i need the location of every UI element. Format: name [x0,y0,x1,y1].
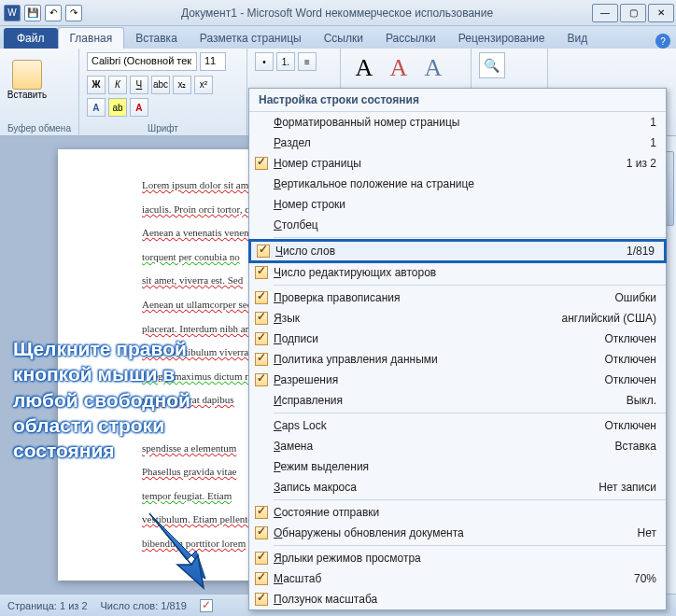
check-icon [255,593,268,606]
multilevel-button[interactable]: ≡ [298,52,317,71]
ctxmenu-item[interactable]: Форматированный номер страницы1 [249,112,666,133]
ctxmenu-item[interactable]: Вертикальное положение на странице [249,174,666,194]
check-icon [255,157,268,170]
find-button[interactable]: 🔍 [479,52,505,78]
group-font: Calibri (Основной тек 11 Ж К Ч abc x₂ x²… [79,49,247,135]
check-icon [255,552,268,565]
ctxmenu-label: Форматированный номер страницы [274,116,644,129]
ribbon-tabs: Файл Главная Вставка Разметка страницы С… [0,26,676,49]
ctxmenu-item[interactable]: Языканглийский (США) [249,308,666,329]
tab-layout[interactable]: Разметка страницы [189,28,313,49]
check-icon [255,572,268,585]
ctxmenu-check-column [249,593,274,606]
ctxmenu-item[interactable]: РазрешенияОтключен [249,370,666,390]
ctxmenu-item[interactable]: Номер строки [249,194,666,215]
file-tab[interactable]: Файл [4,28,58,49]
underline-button[interactable]: Ч [130,76,148,94]
ctxmenu-check-column [249,312,274,325]
ctxmenu-item[interactable]: Политика управления даннымиОтключен [249,349,666,370]
ctxmenu-label: Номер страницы [274,157,621,170]
status-words[interactable]: Число слов: 1/819 [101,600,187,611]
ctxmenu-item[interactable]: Запись макросаНет записи [249,477,666,497]
style-preview-3[interactable]: A [417,52,449,84]
tab-references[interactable]: Ссылки [313,28,374,49]
effects-button[interactable]: A [87,98,106,117]
redo-icon[interactable]: ↷ [65,5,82,21]
strike-button[interactable]: abc [151,76,170,94]
arrow-icon [140,504,233,597]
ctxmenu-item[interactable]: Масштаб70% [249,568,666,589]
bullets-button[interactable]: • [255,52,274,71]
ctxmenu-item[interactable]: Номер страницы1 из 2 [249,153,666,174]
maximize-button[interactable]: ▢ [620,4,646,22]
word-icon: W [4,5,21,21]
save-icon[interactable]: 💾 [24,5,41,21]
style-preview-2[interactable]: A [383,52,415,84]
ctxmenu-label: Номер строки [274,198,651,211]
tab-mailings[interactable]: Рассылки [374,28,447,49]
ctxmenu-item[interactable]: Число слов1/819 [248,239,667,263]
ctxmenu-check-column [249,266,274,279]
minimize-button[interactable]: — [592,4,618,22]
ctxmenu-item[interactable]: Проверка правописанияОшибки [249,287,666,308]
status-page[interactable]: Страница: 1 из 2 [7,600,88,611]
tab-insert[interactable]: Вставка [124,28,189,49]
style-preview-1[interactable]: A [348,52,380,84]
tab-review[interactable]: Рецензирование [447,28,556,49]
ctxmenu-value: 70% [628,572,656,585]
ctxmenu-item[interactable]: Столбец [249,215,666,235]
numbering-button[interactable]: 1. [276,52,295,71]
sup-button[interactable]: x² [194,76,213,94]
ctxmenu-label: Политика управления данными [274,353,599,366]
ctxmenu-item[interactable]: Состояние отправки [249,502,666,523]
ctxmenu-value: Выкл. [621,394,656,407]
check-icon [255,266,268,279]
check-icon [255,312,268,325]
font-color-button[interactable]: A [130,98,148,117]
font-size-combo[interactable]: 11 [200,52,226,71]
ctxmenu-item[interactable]: Режим выделения [249,456,666,477]
ctxmenu-value: Нет записи [593,481,656,494]
status-spellcheck-icon[interactable] [200,599,213,612]
tab-view[interactable]: Вид [556,28,599,49]
font-name-combo[interactable]: Calibri (Основной тек [87,52,197,71]
ctxmenu-item[interactable]: ПодписиОтключен [249,329,666,349]
ctxmenu-label: Подписи [274,332,599,345]
ctxmenu-check-column [249,332,274,345]
ctxmenu-label: Обнаружены обновления документа [274,526,632,539]
ctxmenu-value: Вставка [609,440,656,453]
sub-button[interactable]: x₂ [173,76,191,94]
ctxmenu-header: Настройка строки состояния [249,89,666,112]
ctxmenu-value: Ошибки [610,291,657,304]
ctxmenu-check-column [249,526,274,539]
titlebar: W 💾 ↶ ↷ Документ1 - Microsoft Word неком… [0,0,676,26]
ctxmenu-item[interactable]: Ползунок масштаба [249,589,666,609]
paste-label: Вставить [7,90,47,100]
close-button[interactable]: ✕ [648,4,674,22]
ctxmenu-item[interactable]: Ярлыки режимов просмотра [249,548,666,568]
help-icon[interactable]: ? [655,34,670,49]
ctxmenu-value: Отключен [599,373,656,386]
ctxmenu-check-column [249,353,274,366]
ctxmenu-item[interactable]: Число редактирующих авторов [249,262,666,283]
ctxmenu-separator [274,545,666,546]
tab-home[interactable]: Главная [58,27,125,49]
ctxmenu-check-column [249,572,274,585]
ctxmenu-check-column [249,506,274,519]
clipboard-label: Буфер обмена [7,123,71,133]
ctxmenu-item[interactable]: ИсправленияВыкл. [249,390,666,411]
ctxmenu-item[interactable]: ЗаменаВставка [249,436,666,456]
ctxmenu-item[interactable]: Обнаружены обновления документаНет [249,523,666,543]
italic-button[interactable]: К [108,76,127,94]
ctxmenu-item[interactable]: Caps LockОтключен [249,415,666,436]
paste-button[interactable]: Вставить [7,52,47,106]
ctxmenu-value: 1 [644,116,656,129]
undo-icon[interactable]: ↶ [45,5,62,21]
highlight-button[interactable]: ab [108,98,127,117]
ctxmenu-label: Раздел [274,136,644,149]
ctxmenu-check-column [251,245,275,258]
ctxmenu-item[interactable]: Раздел1 [249,133,666,153]
check-icon [255,373,268,386]
bold-button[interactable]: Ж [87,76,106,94]
ctxmenu-separator [274,237,666,238]
